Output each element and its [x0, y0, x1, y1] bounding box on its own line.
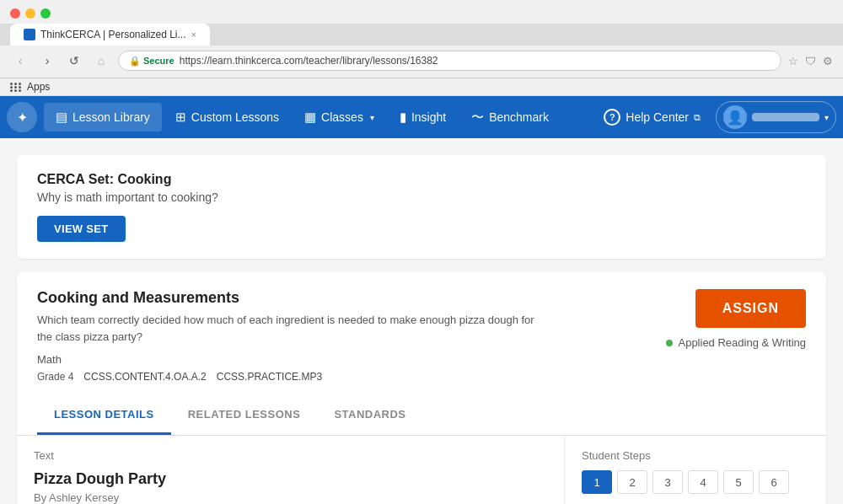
- classes-icon: ▦: [304, 110, 316, 125]
- nav-item-benchmark-label: Benchmark: [489, 110, 549, 124]
- applied-label: Applied Reading & Writing: [678, 336, 806, 349]
- step-1-button[interactable]: 1: [582, 470, 612, 494]
- chevron-down-icon: ▾: [370, 113, 374, 122]
- settings-icon[interactable]: ⚙: [823, 55, 833, 67]
- user-chevron-icon: ▾: [824, 113, 829, 122]
- step-numbers: 1 2 3 4 5 6: [582, 470, 809, 494]
- logo-button[interactable]: ✦: [7, 102, 37, 132]
- help-icon: ?: [604, 109, 620, 126]
- lesson-subject: Math: [37, 353, 666, 366]
- back-button[interactable]: ‹: [10, 51, 30, 71]
- nav-items: ▤ Lesson Library ⊞ Custom Lessons ▦ Clas…: [44, 103, 595, 132]
- steps-label: Student Steps: [582, 449, 809, 462]
- article-author: By Ashley Kersey: [34, 491, 547, 504]
- user-menu-button[interactable]: 👤 ▾: [716, 101, 836, 133]
- nav-item-classes-label: Classes: [321, 110, 363, 124]
- benchmark-icon: 〜: [471, 110, 484, 126]
- lesson-card: Cooking and Measurements Which team corr…: [17, 272, 826, 504]
- tab-related-lessons[interactable]: RELATED LESSONS: [171, 396, 318, 435]
- tab-lesson-details[interactable]: LESSON DETAILS: [37, 396, 171, 435]
- text-panel: Text Pizza Dough Party By Ashley Kersey …: [17, 436, 565, 504]
- tab-standards[interactable]: STANDARDS: [317, 396, 422, 435]
- app-navbar: ✦ ▤ Lesson Library ⊞ Custom Lessons ▦ Cl…: [0, 96, 843, 138]
- tab-title: ThinkCERCA | Personalized Li...: [40, 29, 186, 40]
- lesson-library-icon: ▤: [56, 110, 67, 125]
- step-6-button[interactable]: 6: [759, 470, 789, 494]
- tab-bar: ThinkCERCA | Personalized Li... ×: [0, 24, 843, 46]
- student-steps-panel: Student Steps 1 2 3 4 5 6 Connect Short …: [565, 436, 826, 504]
- logo-icon: ✦: [17, 110, 28, 126]
- tab-close-button[interactable]: ×: [191, 29, 196, 40]
- secure-label: Secure: [143, 56, 175, 66]
- step-2-button[interactable]: 2: [617, 470, 647, 494]
- nav-item-benchmark[interactable]: 〜 Benchmark: [459, 103, 561, 132]
- forward-button[interactable]: ›: [37, 51, 57, 71]
- shield-icon: 🛡: [805, 55, 816, 67]
- lock-icon: 🔒: [129, 56, 141, 67]
- close-traffic-light[interactable]: [10, 8, 20, 19]
- apps-label: Apps: [27, 81, 50, 93]
- apps-bar: Apps: [0, 78, 843, 96]
- star-icon[interactable]: ☆: [788, 55, 798, 67]
- lesson-tabs-bar: LESSON DETAILS RELATED LESSONS STANDARDS: [17, 396, 826, 436]
- assign-area: ASSIGN Applied Reading & Writing: [666, 289, 806, 349]
- refresh-button[interactable]: ↺: [64, 51, 84, 71]
- nav-item-insight-label: Insight: [411, 110, 446, 124]
- lesson-standard-1: CCSS.CONTENT.4.OA.A.2: [83, 371, 206, 383]
- nav-item-lesson-library-label: Lesson Library: [72, 110, 150, 124]
- help-center-button[interactable]: ? Help Center ⧉: [595, 104, 709, 131]
- lesson-tags: Grade 4 CCSS.CONTENT.4.OA.A.2 CCSS.PRACT…: [37, 371, 666, 383]
- nav-item-insight[interactable]: ▮ Insight: [388, 103, 458, 131]
- address-bar[interactable]: 🔒 Secure https://learn.thinkcerca.com/te…: [118, 51, 781, 71]
- lesson-description: Which team correctly decided how much of…: [37, 312, 543, 345]
- cerca-set-subtitle: Why is math important to cooking?: [37, 190, 806, 204]
- step-5-button[interactable]: 5: [723, 470, 754, 494]
- browser-chrome: ThinkCERCA | Personalized Li... × ‹ › ↺ …: [0, 0, 843, 78]
- step-4-button[interactable]: 4: [688, 470, 718, 494]
- lesson-card-inner: Cooking and Measurements Which team corr…: [37, 289, 806, 383]
- cerca-set-card: CERCA Set: Cooking Why is math important…: [17, 155, 826, 259]
- user-icon: 👤: [727, 110, 744, 126]
- home-button[interactable]: ⌂: [91, 51, 111, 71]
- address-bar-icons: ☆ 🛡 ⚙: [788, 55, 833, 67]
- traffic-lights: [0, 0, 843, 24]
- custom-lessons-icon: ⊞: [175, 110, 186, 125]
- insight-icon: ▮: [400, 110, 406, 125]
- apps-grid-icon[interactable]: [10, 83, 22, 92]
- tab-favicon: [24, 29, 35, 40]
- avatar: 👤: [723, 105, 747, 129]
- applied-reading-badge: Applied Reading & Writing: [666, 336, 806, 349]
- user-name: [752, 113, 819, 121]
- external-link-icon: ⧉: [694, 112, 701, 123]
- view-set-button[interactable]: VIEW SET: [37, 216, 126, 242]
- nav-item-classes[interactable]: ▦ Classes ▾: [293, 103, 386, 131]
- browser-tab[interactable]: ThinkCERCA | Personalized Li... ×: [10, 24, 210, 46]
- url-text: https://learn.thinkcerca.com/teacher/lib…: [180, 55, 438, 67]
- secure-badge: 🔒 Secure: [129, 56, 175, 67]
- lesson-title: Cooking and Measurements: [37, 289, 666, 307]
- minimize-traffic-light[interactable]: [25, 8, 35, 19]
- lesson-detail-panels: Text Pizza Dough Party By Ashley Kersey …: [17, 436, 826, 504]
- applied-dot-icon: [666, 340, 673, 346]
- article-title: Pizza Dough Party: [34, 470, 547, 488]
- lesson-grade: Grade 4: [37, 371, 73, 383]
- page-content: CERCA Set: Cooking Why is math important…: [0, 138, 843, 504]
- nav-item-custom-lessons-label: Custom Lessons: [191, 110, 279, 124]
- nav-right: ? Help Center ⧉ 👤 ▾: [595, 101, 836, 133]
- help-center-label: Help Center: [626, 110, 689, 124]
- cerca-set-title: CERCA Set: Cooking: [37, 172, 806, 187]
- assign-button[interactable]: ASSIGN: [695, 289, 806, 328]
- lesson-info: Cooking and Measurements Which team corr…: [37, 289, 666, 383]
- nav-item-custom-lessons[interactable]: ⊞ Custom Lessons: [164, 103, 291, 131]
- step-3-button[interactable]: 3: [652, 470, 683, 494]
- lesson-standard-2: CCSS.PRACTICE.MP3: [217, 371, 322, 383]
- address-bar-row: ‹ › ↺ ⌂ 🔒 Secure https://learn.thinkcerc…: [0, 46, 843, 78]
- nav-item-lesson-library[interactable]: ▤ Lesson Library: [44, 103, 162, 131]
- fullscreen-traffic-light[interactable]: [40, 8, 51, 19]
- text-panel-label: Text: [34, 449, 547, 462]
